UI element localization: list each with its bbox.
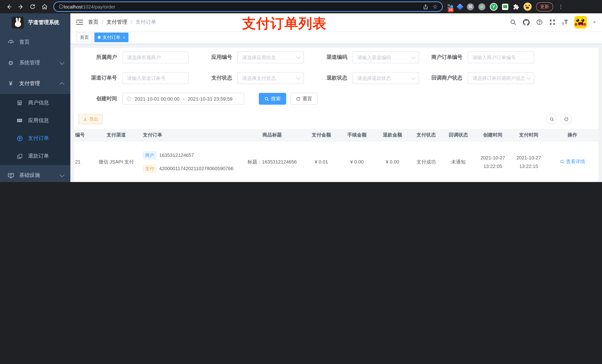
view-detail-link[interactable]: 查看详情 (559, 158, 585, 165)
sidebar-item-label: 应用信息 (28, 117, 49, 124)
tag-label: 支付订单 (103, 34, 120, 41)
gem-extension-icon[interactable] (458, 4, 462, 9)
sidebar-item-system[interactable]: ⚙ 系统管理 (0, 52, 70, 73)
screen: localhost:1024/pay/order ☆ 10 ⌘ Y 更新 ⋮ 支… (0, 0, 602, 182)
refund-status-select[interactable] (353, 72, 419, 84)
merchant-order-no: 1635312124657 (159, 152, 194, 158)
browser-chrome: localhost:1024/pay/order ☆ 10 ⌘ Y 更新 ⋮ (0, 0, 602, 13)
active-dot (98, 36, 101, 39)
filter-label: 渠道订单号 (81, 75, 117, 81)
y-extension-icon[interactable]: Y (490, 3, 498, 10)
column-header: 支付时间 (511, 132, 547, 138)
filter-label: 商户订单编号 (427, 54, 462, 61)
chevron-down-icon (60, 60, 64, 64)
home-icon[interactable] (39, 1, 50, 12)
command-extension-icon[interactable]: ⌘ (467, 3, 474, 10)
breadcrumb-home[interactable]: 首页 (88, 19, 98, 26)
sidebar-item-home[interactable]: 首页 (0, 32, 70, 52)
filter-label: 应用编号 (197, 54, 232, 61)
date-end: 2021-10-31 23:59:59 (188, 96, 232, 102)
pay-order-cell: 商户1635312124657支付42000011742021102780605… (141, 151, 241, 173)
export-button[interactable]: 导出 (78, 114, 103, 124)
avatar-caret-icon[interactable] (593, 21, 596, 24)
profile-emoji-icon[interactable] (524, 3, 532, 11)
yen-icon: ¥ (7, 80, 14, 87)
back-icon[interactable] (4, 1, 14, 12)
table-toolbar: 导出 (74, 114, 598, 125)
breadcrumb: 首页 / 支付管理 / 支付订单 (88, 19, 156, 26)
sidebar-item-refund-order[interactable]: 退款订单 (0, 147, 70, 165)
search-button[interactable]: 搜索 (259, 93, 286, 105)
fullscreen-icon[interactable] (549, 19, 556, 26)
share-icon[interactable] (423, 4, 428, 10)
merchant-input[interactable] (122, 52, 189, 63)
column-header: 创建时间 (475, 132, 511, 138)
github-icon[interactable] (523, 19, 530, 26)
reset-button[interactable]: 重置 (290, 93, 318, 105)
sidebar-item-label: 系统管理 (19, 60, 40, 66)
sidebar-item-label: 支付订单 (28, 135, 49, 142)
breadcrumb-separator: / (102, 19, 103, 25)
breadcrumb-section[interactable]: 支付管理 (107, 19, 127, 26)
sidebar-item-infra[interactable]: 基础设施 (0, 165, 70, 182)
date-line: 2021-10-27 (511, 153, 547, 162)
table-refresh-icon[interactable] (560, 114, 572, 125)
tag-pay-order[interactable]: 支付订单 × (94, 32, 129, 42)
address-bar[interactable]: localhost:1024/pay/order ☆ (53, 1, 443, 12)
column-header: 回调状态 (442, 132, 475, 138)
top-navbar: 首页 / 支付管理 / 支付订单 (70, 13, 602, 31)
clock-icon (126, 96, 131, 101)
help-icon[interactable] (536, 19, 543, 26)
sidebar-item-merchant-info[interactable]: 商户信息 (0, 94, 70, 112)
url-host: localhost (64, 4, 83, 10)
record-extension-icon[interactable] (478, 3, 485, 10)
browser-menu-icon[interactable]: ⋮ (558, 4, 563, 10)
sidebar-item-pay-order[interactable]: 支付订单 (0, 129, 70, 147)
refresh-icon (296, 96, 301, 101)
font-size-icon[interactable]: TT (562, 19, 568, 26)
browser-update-button[interactable]: 更新 (536, 2, 553, 11)
content-card: 所属商户 应用编号 渠道编码 (74, 48, 598, 182)
monitor-chart-icon (7, 172, 14, 178)
column-header: 支付状态 (410, 132, 442, 138)
puzzle-extensions-icon[interactable] (513, 3, 519, 10)
tag-label: 首页 (80, 34, 89, 41)
bookmark-star-icon[interactable]: ☆ (433, 3, 438, 10)
sidebar-toggle-icon[interactable] (76, 19, 83, 25)
user-avatar[interactable] (574, 16, 587, 29)
app-logo: 芋道管理系统 (0, 13, 70, 32)
table-body: 21微信 JSAPI 支付商户1635312124657支付4200001174… (74, 141, 598, 182)
app-select[interactable] (237, 52, 304, 63)
sidebar-item-pay[interactable]: ¥ 支付管理 (0, 73, 70, 94)
sidebar: 芋道管理系统 首页 ⚙ 系统管理 ¥ 支付管理 (0, 13, 70, 182)
tag-close-icon[interactable]: × (123, 35, 125, 40)
chevron-up-icon (60, 82, 64, 87)
refund-amount-cell: ¥ 0.00 (375, 159, 410, 165)
merchant-tag: 商户 (143, 151, 156, 159)
filter-label: 创建时间 (81, 95, 117, 102)
chat-extension-icon[interactable] (502, 3, 508, 10)
forward-icon[interactable] (16, 1, 26, 12)
create-time-range-input[interactable]: 2021-10-01 00:00:00 - 2021-10-31 23:59:5… (122, 93, 244, 105)
column-header: 退款金额 (375, 132, 410, 138)
url-path: :1024/pay/order (82, 4, 115, 10)
sidebar-item-label: 支付管理 (19, 80, 40, 87)
extension-area: 10 ⌘ Y 更新 ⋮ (447, 2, 563, 11)
export-button-label: 导出 (89, 116, 98, 122)
reload-icon[interactable] (27, 1, 38, 12)
sidebar-item-app-info[interactable]: 应用信息 (0, 112, 70, 129)
filter-form: 所属商户 应用编号 渠道编码 (74, 48, 598, 105)
pay-status-select[interactable] (237, 72, 304, 84)
search-icon[interactable] (510, 19, 516, 26)
table-grid-icon (16, 118, 23, 124)
channel-code-select[interactable] (353, 52, 419, 63)
merchant-order-no-input[interactable] (468, 52, 534, 63)
tag-home[interactable]: 首页 (77, 32, 92, 42)
notify-status-select[interactable] (468, 72, 534, 84)
channel-order-no-input[interactable] (122, 72, 189, 84)
breadcrumb-separator: / (131, 19, 132, 25)
pay-order-line: 支付4200001174202110278060590766 (143, 165, 233, 173)
grid-extension-icon[interactable]: 10 (447, 4, 453, 10)
pay-tag: 支付 (143, 165, 156, 173)
table-search-toggle-icon[interactable] (546, 114, 557, 125)
